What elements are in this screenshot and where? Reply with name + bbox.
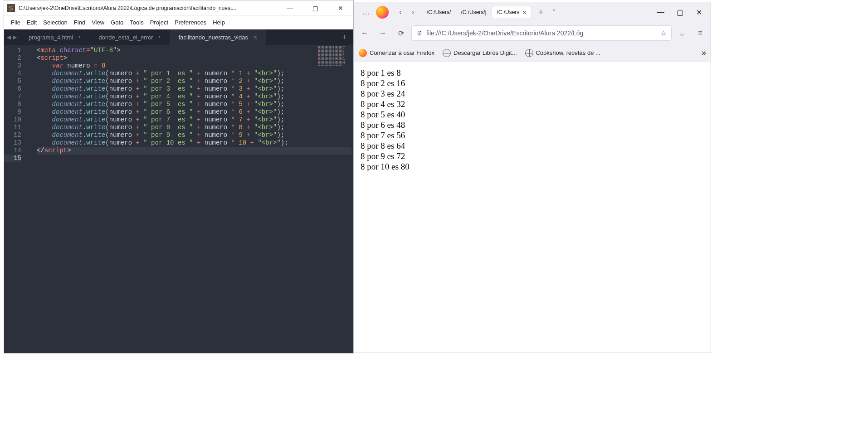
pocket-icon[interactable]: ⌵: [674, 25, 690, 41]
minimize-button[interactable]: —: [283, 5, 296, 12]
bookmark-item[interactable]: Descargar Libros Digit...: [443, 49, 517, 57]
output-line: 8 por 8 es 64: [361, 140, 704, 151]
output-line: 8 por 3 es 24: [361, 88, 704, 99]
sublime-text-window: S C:\Users\jek-2\OneDrive\Escritorio\Alu…: [4, 0, 354, 354]
minimap[interactable]: [318, 46, 351, 84]
modified-dot-icon[interactable]: •: [78, 34, 80, 40]
output-line: 8 por 2 es 16: [361, 78, 704, 88]
tab-label: programa_4.html: [29, 34, 73, 41]
page-content: 8 por 1 es 88 por 2 es 168 por 3 es 248 …: [354, 62, 711, 353]
firefox-icon: [359, 49, 367, 57]
modified-dot-icon[interactable]: •: [158, 34, 160, 40]
bookmark-label: Comenzar a usar Firefox: [370, 49, 434, 56]
menu-tools[interactable]: Tools: [127, 19, 146, 26]
firefox-logo-icon: [376, 6, 389, 19]
tab-label: donde_esta_el_error: [98, 34, 153, 41]
bookmark-star-icon[interactable]: ☆: [660, 29, 667, 38]
code-editor[interactable]: 123456789101112131415 <meta charset="UTF…: [4, 45, 353, 353]
tab-label: /C:/Users/: [427, 9, 451, 15]
globe-icon: [525, 49, 533, 57]
tab-label: facilitando_nuestras_vidas: [179, 34, 248, 41]
output-line: 8 por 10 es 80: [361, 161, 704, 172]
new-tab-button[interactable]: +: [534, 8, 548, 17]
close-window-button[interactable]: ✕: [334, 5, 347, 12]
menu-preferences[interactable]: Preferences: [171, 19, 210, 26]
bookmark-item[interactable]: Comenzar a usar Firefox: [359, 49, 434, 57]
firefox-urlbar-row: ← → ⟳ 🗎 file:///C:/Users/jek-2/OneDrive/…: [354, 22, 711, 44]
firefox-window: … ‹ › /C:/Users//C:/Users/j/C:/Users✕ + …: [354, 2, 711, 353]
close-tab-icon[interactable]: ✕: [522, 9, 527, 16]
menu-edit[interactable]: Edit: [24, 19, 40, 26]
maximize-button[interactable]: ▢: [309, 5, 322, 12]
new-tab-button[interactable]: +: [338, 29, 351, 45]
forward-button[interactable]: →: [375, 25, 390, 41]
bookmark-label: Descargar Libros Digit...: [454, 49, 517, 56]
browser-tab[interactable]: /C:/Users✕: [492, 6, 532, 19]
address-bar[interactable]: 🗎 file:///C:/Users/jek-2/OneDrive/Escrit…: [411, 25, 672, 41]
window-title: C:\Users\jek-2\OneDrive\Escritorio\Alura…: [19, 5, 280, 11]
output-line: 8 por 7 es 56: [361, 130, 704, 140]
browser-tab[interactable]: /C:/Users/j: [456, 6, 491, 18]
bookmark-label: Cookshow, recetas de ...: [536, 49, 600, 56]
fold-column: [26, 45, 31, 353]
sublime-tabbar: ◀ ▶ programa_4.html•donde_esta_el_error•…: [4, 29, 353, 45]
reload-button[interactable]: ⟳: [393, 25, 409, 41]
tab-label: /C:/Users: [497, 9, 519, 15]
bookmarks-toolbar: Comenzar a usar FirefoxDescargar Libros …: [354, 44, 711, 62]
tab-label: /C:/Users/j: [461, 9, 486, 15]
tab-list-dropdown-icon[interactable]: ˅: [550, 9, 558, 16]
tab-scroll-left-icon[interactable]: ‹: [395, 8, 406, 16]
browser-tab[interactable]: /C:/Users/: [422, 6, 455, 18]
sublime-app-icon: S: [7, 4, 15, 12]
menu-help[interactable]: Help: [210, 19, 228, 26]
bookmark-item[interactable]: Cookshow, recetas de ...: [525, 49, 600, 57]
close-window-button[interactable]: ✕: [694, 8, 703, 17]
ellipsis-icon[interactable]: …: [362, 8, 370, 16]
menu-file[interactable]: File: [8, 19, 24, 26]
output-line: 8 por 1 es 8: [361, 68, 704, 78]
menu-find[interactable]: Find: [71, 19, 88, 26]
menu-view[interactable]: View: [88, 19, 107, 26]
sublime-menubar: FileEditSelectionFindViewGotoToolsProjec…: [4, 16, 353, 29]
output-line: 8 por 6 es 48: [361, 120, 704, 130]
editor-tab[interactable]: programa_4.html•: [20, 29, 89, 45]
editor-tab[interactable]: facilitando_nuestras_vidas×: [170, 29, 266, 45]
line-gutter: 123456789101112131415: [4, 45, 26, 353]
editor-tab[interactable]: donde_esta_el_error•: [89, 29, 169, 45]
nav-back-icon[interactable]: ◀: [7, 34, 11, 40]
sublime-titlebar[interactable]: S C:\Users\jek-2\OneDrive\Escritorio\Alu…: [4, 0, 353, 16]
globe-icon: [443, 49, 451, 57]
output-line: 8 por 4 es 32: [361, 99, 704, 109]
back-button[interactable]: ←: [357, 25, 372, 41]
menu-project[interactable]: Project: [147, 19, 171, 26]
minimize-button[interactable]: —: [656, 8, 665, 17]
menu-selection[interactable]: Selection: [40, 19, 70, 26]
output-line: 8 por 9 es 72: [361, 151, 704, 161]
app-menu-icon[interactable]: ≡: [692, 25, 708, 41]
firefox-titlebar: … ‹ › /C:/Users//C:/Users/j/C:/Users✕ + …: [354, 2, 711, 22]
nav-forward-icon[interactable]: ▶: [13, 34, 17, 40]
maximize-button[interactable]: ▢: [675, 8, 684, 17]
tab-scroll-right-icon[interactable]: ›: [408, 8, 419, 16]
menu-goto[interactable]: Goto: [107, 19, 127, 26]
output-line: 8 por 5 es 40: [361, 109, 704, 120]
url-text: file:///C:/Users/jek-2/OneDrive/Escritor…: [426, 29, 657, 37]
close-tab-icon[interactable]: ×: [254, 34, 257, 41]
code-area[interactable]: <meta charset="UTF-8"><script> var numer…: [31, 45, 353, 353]
scrollbar[interactable]: [351, 45, 353, 353]
bookmarks-overflow-icon[interactable]: »: [702, 48, 706, 58]
page-info-icon[interactable]: 🗎: [416, 29, 423, 37]
